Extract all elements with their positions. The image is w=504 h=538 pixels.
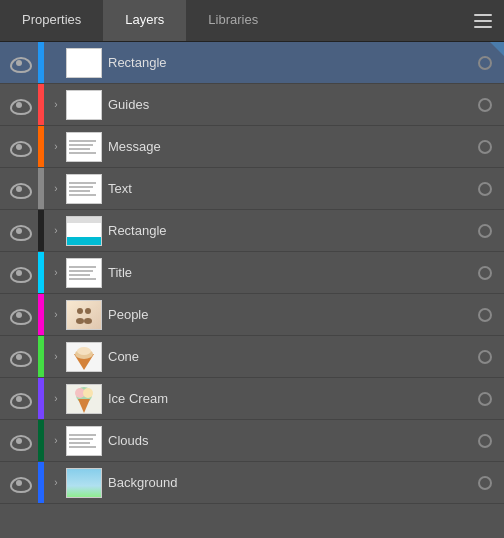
layer-thumbnail — [66, 258, 102, 288]
layers-list: Rectangle › Guides › Message — [0, 42, 504, 504]
target-circle-icon[interactable] — [478, 98, 492, 112]
chevron-icon[interactable]: › — [46, 477, 66, 488]
layer-row-message[interactable]: › Message — [0, 126, 504, 168]
layer-color-bar — [38, 252, 44, 293]
target-circle-icon[interactable] — [478, 56, 492, 70]
eye-icon[interactable] — [10, 435, 28, 447]
target-circle-icon[interactable] — [478, 434, 492, 448]
menu-button[interactable] — [462, 0, 504, 41]
layer-thumbnail — [66, 174, 102, 204]
layer-row-text[interactable]: › Text — [0, 168, 504, 210]
chevron-icon[interactable]: › — [46, 141, 66, 152]
eye-icon[interactable] — [10, 477, 28, 489]
visibility-toggle[interactable] — [0, 183, 38, 195]
eye-icon[interactable] — [10, 393, 28, 405]
layer-row-ice-cream[interactable]: › Ice Cream — [0, 378, 504, 420]
layer-target[interactable] — [466, 308, 504, 322]
svg-rect-0 — [474, 14, 492, 16]
target-circle-icon[interactable] — [478, 308, 492, 322]
layer-row-rectangle-top[interactable]: Rectangle — [0, 42, 504, 84]
layer-target[interactable] — [466, 476, 504, 490]
app-container: Properties Layers Libraries Rectangle — [0, 0, 504, 504]
visibility-toggle[interactable] — [0, 99, 38, 111]
layer-color-bar — [38, 84, 44, 125]
eye-icon[interactable] — [10, 309, 28, 321]
eye-icon[interactable] — [10, 225, 28, 237]
layer-color-bar — [38, 168, 44, 209]
tab-layers[interactable]: Layers — [103, 0, 186, 41]
chevron-icon[interactable]: › — [46, 435, 66, 446]
layer-thumbnail — [66, 48, 102, 78]
tab-libraries[interactable]: Libraries — [186, 0, 280, 41]
target-circle-icon[interactable] — [478, 350, 492, 364]
layer-color-bar — [38, 210, 44, 251]
chevron-icon[interactable]: › — [46, 99, 66, 110]
svg-point-12 — [83, 388, 93, 398]
chevron-icon[interactable]: › — [46, 309, 66, 320]
layer-row-clouds[interactable]: › Clouds — [0, 420, 504, 462]
layer-target[interactable] — [466, 224, 504, 238]
chevron-icon[interactable]: › — [46, 225, 66, 236]
svg-marker-13 — [78, 399, 90, 413]
layer-row-guides[interactable]: › Guides — [0, 84, 504, 126]
visibility-toggle[interactable] — [0, 393, 38, 405]
visibility-toggle[interactable] — [0, 57, 38, 69]
layer-target[interactable] — [466, 182, 504, 196]
svg-point-9 — [77, 347, 91, 355]
target-circle-icon[interactable] — [478, 392, 492, 406]
visibility-toggle[interactable] — [0, 477, 38, 489]
eye-icon[interactable] — [10, 141, 28, 153]
eye-icon[interactable] — [10, 99, 28, 111]
layer-name: Cone — [108, 349, 466, 364]
layer-target[interactable] — [466, 56, 504, 70]
layer-target[interactable] — [466, 98, 504, 112]
svg-point-5 — [76, 318, 84, 324]
layer-thumbnail — [66, 384, 102, 414]
chevron-icon[interactable]: › — [46, 183, 66, 194]
target-circle-icon[interactable] — [478, 140, 492, 154]
layer-name: Guides — [108, 97, 466, 112]
layer-target[interactable] — [466, 434, 504, 448]
layer-name: People — [108, 307, 466, 322]
visibility-toggle[interactable] — [0, 435, 38, 447]
layer-row-background[interactable]: › Background — [0, 462, 504, 504]
layer-name: Rectangle — [108, 223, 466, 238]
chevron-icon[interactable]: › — [46, 393, 66, 404]
corner-fold — [490, 42, 504, 56]
target-circle-icon[interactable] — [478, 224, 492, 238]
layer-name: Ice Cream — [108, 391, 466, 406]
layer-thumbnail — [66, 90, 102, 120]
svg-point-3 — [77, 308, 83, 314]
visibility-toggle[interactable] — [0, 267, 38, 279]
layer-color-bar — [38, 336, 44, 377]
chevron-icon[interactable]: › — [46, 351, 66, 362]
eye-icon[interactable] — [10, 267, 28, 279]
layer-row-rectangle-mid[interactable]: › Rectangle — [0, 210, 504, 252]
layer-name: Background — [108, 475, 466, 490]
layer-color-bar — [38, 378, 44, 419]
eye-icon[interactable] — [10, 183, 28, 195]
layer-color-bar — [38, 294, 44, 335]
visibility-toggle[interactable] — [0, 141, 38, 153]
tab-properties[interactable]: Properties — [0, 0, 103, 41]
layer-target[interactable] — [466, 392, 504, 406]
eye-icon[interactable] — [10, 57, 28, 69]
layer-thumbnail — [66, 300, 102, 330]
visibility-toggle[interactable] — [0, 309, 38, 321]
visibility-toggle[interactable] — [0, 351, 38, 363]
layer-row-title[interactable]: › Title — [0, 252, 504, 294]
svg-rect-1 — [474, 20, 492, 22]
layer-color-bar — [38, 462, 44, 503]
chevron-icon[interactable]: › — [46, 267, 66, 278]
visibility-toggle[interactable] — [0, 225, 38, 237]
layer-target[interactable] — [466, 350, 504, 364]
target-circle-icon[interactable] — [478, 182, 492, 196]
target-circle-icon[interactable] — [478, 476, 492, 490]
layer-row-people[interactable]: › People — [0, 294, 504, 336]
eye-icon[interactable] — [10, 351, 28, 363]
layer-target[interactable] — [466, 266, 504, 280]
layer-target[interactable] — [466, 140, 504, 154]
layer-row-cone[interactable]: › Cone — [0, 336, 504, 378]
target-circle-icon[interactable] — [478, 266, 492, 280]
layer-name: Text — [108, 181, 466, 196]
